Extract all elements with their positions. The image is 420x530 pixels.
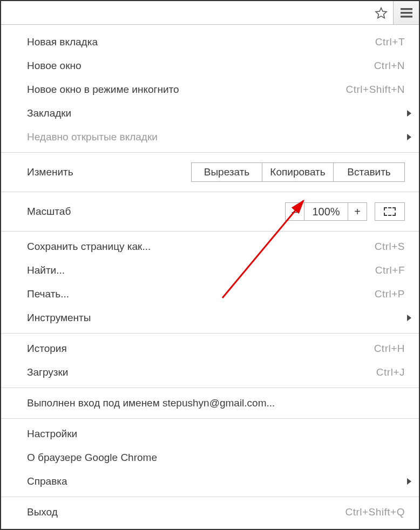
separator [1, 333, 419, 334]
fullscreen-button[interactable] [375, 202, 405, 221]
menu-item-shortcut: Ctrl+P [375, 288, 405, 300]
chevron-right-icon [407, 315, 411, 321]
menu-item-shortcut: Ctrl+T [375, 36, 405, 48]
menu-item-recent-tabs: Недавно открытые вкладки [1, 125, 419, 149]
menu-item-label: О браузере Google Chrome [27, 452, 157, 464]
bookmark-star-icon[interactable] [369, 1, 393, 24]
separator [1, 231, 419, 232]
menu-item-help[interactable]: Справка [1, 470, 419, 493]
menu-item-tools[interactable]: Инструменты [1, 306, 419, 330]
menu-item-bookmarks[interactable]: Закладки [1, 101, 419, 125]
separator [1, 152, 419, 153]
chrome-menu-window: Новая вкладка Ctrl+T Новое окно Ctrl+N Н… [0, 0, 420, 530]
toolbar [1, 1, 419, 25]
menu-item-new-window[interactable]: Новое окно Ctrl+N [1, 54, 419, 78]
menu-item-print[interactable]: Печать... Ctrl+P [1, 282, 419, 306]
menu-item-label: Печать... [27, 288, 69, 300]
zoom-value: 100% [304, 202, 348, 221]
menu-item-shortcut: Ctrl+N [374, 60, 405, 72]
menu-item-history[interactable]: История Ctrl+H [1, 337, 419, 361]
chevron-right-icon [407, 478, 411, 485]
menu-item-label: Новое окно в режиме инкогнито [27, 84, 179, 96]
menu-item-find[interactable]: Найти... Ctrl+F [1, 259, 419, 282]
svg-marker-0 [376, 8, 387, 18]
main-menu-button[interactable] [393, 1, 419, 24]
menu-item-signed-in[interactable]: Выполнен вход под именем stepushyn@gmail… [1, 391, 419, 415]
svg-rect-1 [401, 8, 412, 10]
menu-item-new-tab[interactable]: Новая вкладка Ctrl+T [1, 30, 419, 54]
menu-item-label: Закладки [27, 107, 71, 119]
copy-button[interactable]: Копировать [262, 162, 334, 182]
separator [1, 388, 419, 388]
separator [1, 192, 419, 192]
menu-item-shortcut: Ctrl+S [375, 241, 405, 253]
fullscreen-icon [384, 207, 396, 216]
separator [1, 418, 419, 419]
cut-button[interactable]: Вырезать [191, 162, 262, 182]
zoom-in-button[interactable]: + [348, 202, 367, 221]
menu-item-label: Сохранить страницу как... [27, 241, 151, 253]
menu-item-downloads[interactable]: Загрузки Ctrl+J [1, 361, 419, 384]
menu-item-save-page[interactable]: Сохранить страницу как... Ctrl+S [1, 235, 419, 259]
menu-item-exit[interactable]: Выход Ctrl+Shift+Q [1, 500, 419, 524]
svg-rect-2 [401, 12, 412, 14]
separator [1, 497, 419, 497]
edit-label: Изменить [27, 166, 73, 178]
menu-item-settings[interactable]: Настройки [1, 422, 419, 446]
main-menu: Новая вкладка Ctrl+T Новое окно Ctrl+N Н… [1, 25, 419, 529]
menu-item-label: Загрузки [27, 366, 68, 378]
menu-item-label: История [27, 343, 67, 355]
hamburger-icon [401, 8, 412, 18]
menu-item-shortcut: Ctrl+H [374, 343, 405, 355]
menu-item-label: Справка [27, 475, 67, 487]
chevron-right-icon [407, 134, 411, 140]
menu-item-label: Новая вкладка [27, 36, 98, 48]
menu-item-label: Настройки [27, 428, 77, 440]
paste-button[interactable]: Вставить [334, 162, 405, 182]
menu-item-label: Выход [27, 506, 58, 518]
menu-row-zoom: Масштаб – 100% + [1, 195, 419, 228]
menu-item-incognito[interactable]: Новое окно в режиме инкогнито Ctrl+Shift… [1, 78, 419, 101]
menu-item-label: Инструменты [27, 312, 91, 324]
chevron-right-icon [407, 110, 411, 117]
zoom-label: Масштаб [27, 206, 71, 218]
menu-item-about[interactable]: О браузере Google Chrome [1, 446, 419, 470]
menu-item-label: Выполнен вход под именем stepushyn@gmail… [27, 397, 275, 409]
menu-item-label: Новое окно [27, 60, 82, 72]
svg-rect-3 [401, 16, 412, 18]
menu-item-shortcut: Ctrl+Shift+N [346, 84, 405, 96]
menu-item-shortcut: Ctrl+J [376, 366, 405, 378]
menu-item-shortcut: Ctrl+Shift+Q [345, 506, 405, 518]
menu-row-edit: Изменить Вырезать Копировать Вставить [1, 156, 419, 188]
menu-item-label: Найти... [27, 264, 65, 276]
zoom-out-button[interactable]: – [285, 202, 304, 221]
menu-item-shortcut: Ctrl+F [375, 264, 405, 276]
menu-item-label: Недавно открытые вкладки [27, 131, 158, 143]
